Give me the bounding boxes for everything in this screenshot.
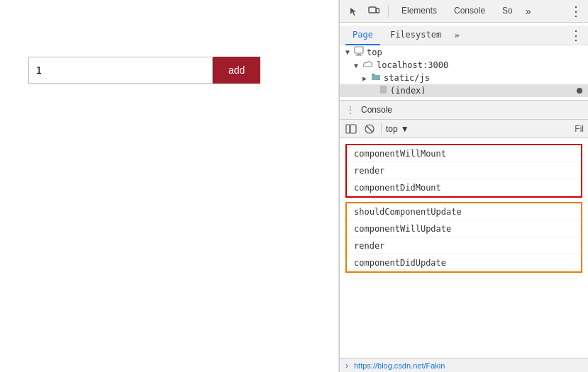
tab-elements[interactable]: Elements (394, 0, 444, 23)
context-label: top (386, 124, 398, 134)
update-lifecycle-box: shouldComponentUpdate componentWillUpdat… (345, 202, 582, 273)
log-text-cwu: componentWillUpdate (354, 224, 451, 234)
folder-icon (371, 73, 381, 83)
log-entry-cdm: componentDidMount (347, 179, 581, 196)
add-item-form: add (28, 57, 310, 84)
tree-label-index: (index) (390, 86, 426, 96)
console-section-label: Console (361, 105, 392, 115)
devtools-bottom-bar: › https://blog.csdn.net/Fakin (340, 358, 588, 372)
devtools-top-toolbar: Elements Console So » ⋮ (340, 0, 588, 23)
drag-handle[interactable]: ⋮ (345, 104, 355, 115)
log-entry-cwu: componentWillUpdate (347, 220, 581, 237)
app-main-panel: add (0, 0, 339, 372)
bottom-url-link[interactable]: https://blog.csdn.net/Fakin (354, 361, 445, 370)
console-log-area: componentWillMount render componentDidMo… (340, 138, 588, 372)
cursor-icon[interactable] (345, 3, 362, 20)
log-text-render-2: render (354, 241, 384, 251)
console-sidebar-toggle[interactable] (344, 122, 358, 136)
subtabs-more[interactable]: » (454, 30, 460, 40)
app-content-area: add (0, 0, 339, 372)
cloud-icon (362, 60, 374, 71)
log-entry-scu: shouldComponentUpdate (347, 203, 581, 220)
mount-lifecycle-box: componentWillMount render componentDidMo… (345, 144, 582, 198)
tree-label-top: top (367, 47, 382, 57)
console-toolbar: top ▼ Fil (340, 120, 588, 138)
log-text-cwm: componentWillMount (354, 149, 446, 159)
console-sep-1 (381, 123, 382, 135)
page-icon (354, 46, 364, 58)
tab-console[interactable]: Console (447, 0, 492, 23)
tree-row-index[interactable]: ▶ (index) (340, 84, 588, 97)
subtab-filesystem[interactable]: Filesystem (383, 26, 448, 45)
console-drag-row: ⋮ Console (340, 101, 588, 119)
svg-rect-3 (357, 54, 361, 55)
tree-label-staticjs: static/js (384, 73, 430, 83)
log-text-scu: shouldComponentUpdate (354, 207, 462, 217)
log-text-cdu: componentDidUpdate (354, 258, 446, 268)
tree-arrow-localhost: ▼ (354, 62, 362, 69)
svg-rect-4 (355, 55, 362, 56)
index-indicator (577, 88, 582, 94)
subtabs-menu[interactable]: ⋮ (570, 28, 582, 43)
tree-row-localhost[interactable]: ▼ localhost:3000 (340, 59, 588, 72)
devtools-menu-button[interactable]: ⋮ (570, 4, 582, 19)
console-prompt-arrow[interactable]: › (345, 361, 348, 371)
log-text-render-1: render (354, 166, 384, 176)
console-section-header: ⋮ Console (340, 101, 588, 120)
tree-row-staticjs[interactable]: ▶ static/js (340, 72, 588, 84)
number-input[interactable] (28, 57, 213, 84)
tree-label-localhost: localhost:3000 (377, 60, 448, 70)
svg-rect-6 (346, 125, 350, 133)
elements-tree-panel: Page Filesystem » ⋮ ▼ top ▼ (340, 23, 588, 101)
add-button[interactable]: add (213, 57, 260, 84)
log-entry-render-1: render (347, 162, 581, 179)
toolbar-sep-1 (388, 5, 389, 18)
svg-line-9 (367, 126, 372, 132)
context-dropdown-arrow[interactable]: ▼ (401, 124, 409, 134)
svg-rect-2 (355, 47, 363, 53)
svg-rect-0 (369, 7, 376, 13)
subtab-page[interactable]: Page (345, 26, 380, 45)
svg-rect-1 (377, 9, 379, 13)
device-toggle-icon[interactable] (365, 3, 382, 20)
log-entry-cwm: componentWillMount (347, 145, 581, 162)
log-entry-render-2: render (347, 237, 581, 254)
tree-arrow-top: ▼ (345, 48, 354, 56)
filter-label-partial: Fil (575, 124, 584, 134)
log-text-cdm: componentDidMount (354, 183, 441, 193)
console-clear-button[interactable] (362, 122, 377, 136)
log-entry-cdu: componentDidUpdate (347, 254, 581, 271)
devtools-panel: Elements Console So » ⋮ Page Filesystem … (339, 0, 588, 372)
tab-sources-partial[interactable]: So (495, 0, 520, 23)
svg-rect-7 (350, 125, 356, 133)
svg-rect-5 (380, 86, 387, 94)
tree-arrow-staticjs: ▶ (362, 74, 371, 82)
more-tabs-button[interactable]: » (526, 6, 531, 17)
file-icon (379, 85, 387, 96)
tree-row-top[interactable]: ▼ top (340, 45, 588, 59)
context-selector[interactable]: top ▼ (386, 124, 409, 134)
